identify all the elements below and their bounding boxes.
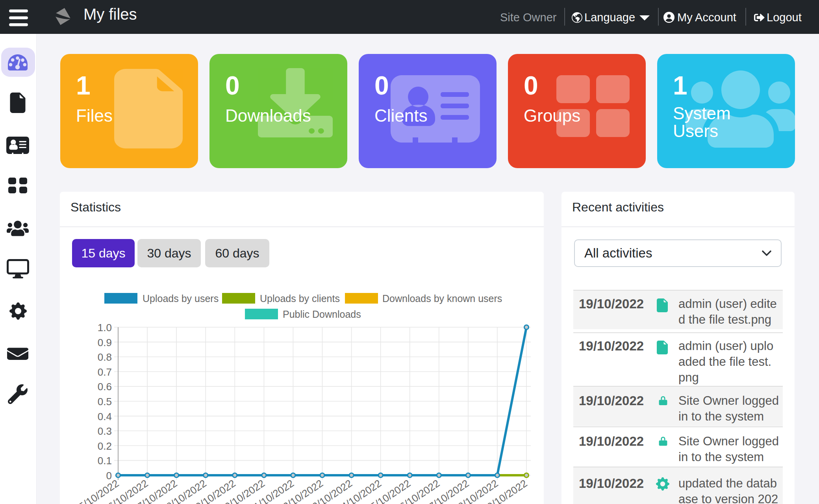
svg-text:0.5: 0.5 <box>98 396 112 408</box>
svg-text:0.9: 0.9 <box>98 337 112 348</box>
svg-text:0.2: 0.2 <box>98 440 112 452</box>
svg-text:0.3: 0.3 <box>98 425 112 437</box>
svg-text:0.1: 0.1 <box>98 455 112 467</box>
svg-text:0.4: 0.4 <box>98 411 112 422</box>
svg-text:1.0: 1.0 <box>98 322 112 334</box>
svg-text:0.7: 0.7 <box>98 366 112 378</box>
svg-text:0.6: 0.6 <box>98 381 112 393</box>
svg-text:0.8: 0.8 <box>98 351 112 363</box>
